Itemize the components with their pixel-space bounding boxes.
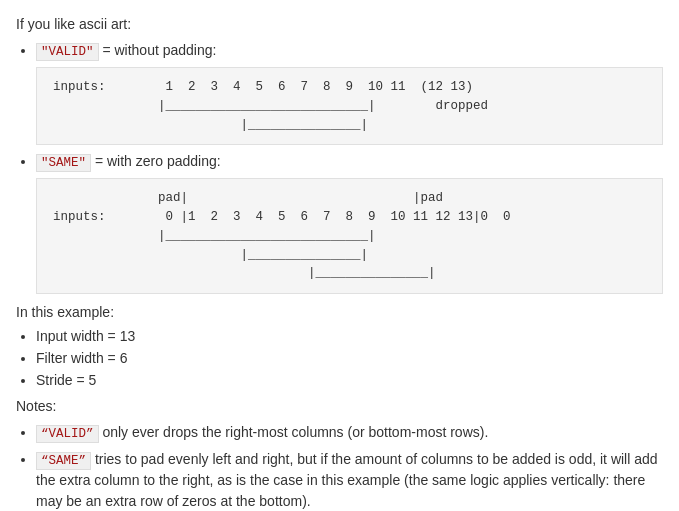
valid-item: "VALID" = without padding: inputs: 1 2 3…: [36, 42, 663, 145]
intro-text: If you like ascii art:: [16, 16, 663, 32]
example-title: In this example:: [16, 304, 663, 320]
main-list: "VALID" = without padding: inputs: 1 2 3…: [36, 42, 663, 294]
valid-label: "VALID" = without padding:: [36, 42, 216, 58]
notes-list: “VALID” only ever drops the right-most c…: [36, 422, 663, 511]
same-keyword: "SAME": [36, 154, 91, 172]
valid-code-box: inputs: 1 2 3 4 5 6 7 8 9 10 11 (12 13) …: [36, 67, 663, 145]
note-item-2: “SAME” tries to pad evenly left and righ…: [36, 449, 663, 511]
example-item-1: Input width = 13: [36, 328, 663, 344]
same-item: "SAME" = with zero padding: pad| |pad in…: [36, 153, 663, 294]
note-1-text: only ever drops the right-most columns (…: [99, 424, 489, 440]
example-item-3: Stride = 5: [36, 372, 663, 388]
note-2-text: tries to pad evenly left and right, but …: [36, 451, 658, 509]
valid-keyword: "VALID": [36, 43, 99, 61]
same-label: "SAME" = with zero padding:: [36, 153, 221, 169]
note-item-1: “VALID” only ever drops the right-most c…: [36, 422, 663, 443]
same-code-box: pad| |pad inputs: 0 |1 2 3 4 5 6 7 8 9 1…: [36, 178, 663, 294]
valid-label-rest: = without padding:: [99, 42, 217, 58]
note-2-keyword: “SAME”: [36, 451, 91, 467]
note-1-keyword: “VALID”: [36, 424, 99, 440]
example-item-2: Filter width = 6: [36, 350, 663, 366]
example-list: Input width = 13 Filter width = 6 Stride…: [36, 328, 663, 388]
notes-title: Notes:: [16, 398, 663, 414]
same-label-rest: = with zero padding:: [91, 153, 221, 169]
